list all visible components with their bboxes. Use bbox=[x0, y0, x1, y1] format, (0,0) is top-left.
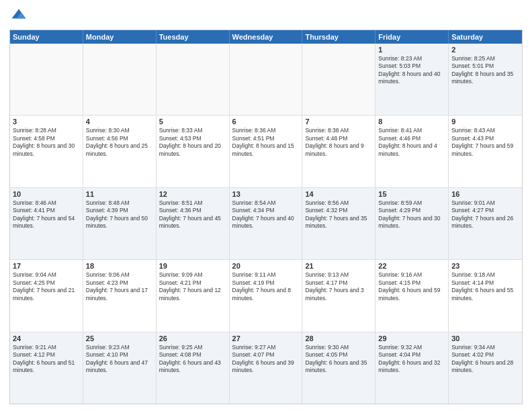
cell-info: Sunrise: 9:21 AM Sunset: 4:12 PM Dayligh… bbox=[13, 344, 80, 375]
logo-icon bbox=[9, 7, 28, 26]
calendar-cell: 18Sunrise: 9:06 AM Sunset: 4:23 PM Dayli… bbox=[83, 260, 157, 331]
cell-info: Sunrise: 8:59 AM Sunset: 4:29 PM Dayligh… bbox=[378, 199, 445, 230]
cell-info: Sunrise: 8:46 AM Sunset: 4:41 PM Dayligh… bbox=[13, 199, 80, 230]
calendar-cell: 19Sunrise: 9:09 AM Sunset: 4:21 PM Dayli… bbox=[157, 260, 230, 331]
cell-info: Sunrise: 8:25 AM Sunset: 5:01 PM Dayligh… bbox=[451, 55, 519, 86]
calendar-cell: 28Sunrise: 9:30 AM Sunset: 4:05 PM Dayli… bbox=[302, 332, 375, 404]
calendar-cell bbox=[230, 44, 303, 115]
cell-info: Sunrise: 9:04 AM Sunset: 4:25 PM Dayligh… bbox=[13, 271, 80, 302]
calendar-cell: 6Sunrise: 8:36 AM Sunset: 4:51 PM Daylig… bbox=[230, 116, 303, 187]
calendar-cell: 24Sunrise: 9:21 AM Sunset: 4:12 PM Dayli… bbox=[10, 332, 83, 404]
day-number: 13 bbox=[232, 190, 300, 198]
cell-info: Sunrise: 9:18 AM Sunset: 4:14 PM Dayligh… bbox=[451, 271, 519, 302]
day-number: 15 bbox=[378, 190, 445, 198]
calendar-cell: 20Sunrise: 9:11 AM Sunset: 4:19 PM Dayli… bbox=[230, 260, 303, 331]
cell-info: Sunrise: 9:30 AM Sunset: 4:05 PM Dayligh… bbox=[305, 344, 372, 375]
day-number: 7 bbox=[305, 118, 372, 126]
day-number: 3 bbox=[13, 118, 80, 126]
cell-info: Sunrise: 9:23 AM Sunset: 4:10 PM Dayligh… bbox=[86, 344, 153, 375]
calendar-cell bbox=[157, 44, 230, 115]
day-number: 28 bbox=[305, 334, 372, 342]
day-number: 25 bbox=[86, 334, 153, 342]
cell-info: Sunrise: 8:28 AM Sunset: 4:58 PM Dayligh… bbox=[13, 127, 80, 158]
calendar-cell: 5Sunrise: 8:33 AM Sunset: 4:53 PM Daylig… bbox=[157, 116, 230, 187]
header-day-saturday: Saturday bbox=[449, 30, 522, 44]
cell-info: Sunrise: 9:11 AM Sunset: 4:19 PM Dayligh… bbox=[232, 271, 300, 302]
logo bbox=[9, 7, 31, 26]
calendar-cell: 21Sunrise: 9:13 AM Sunset: 4:17 PM Dayli… bbox=[302, 260, 375, 331]
calendar-cell: 12Sunrise: 8:51 AM Sunset: 4:36 PM Dayli… bbox=[157, 188, 230, 259]
cell-info: Sunrise: 8:48 AM Sunset: 4:39 PM Dayligh… bbox=[86, 199, 153, 230]
calendar-row: 24Sunrise: 9:21 AM Sunset: 4:12 PM Dayli… bbox=[10, 332, 522, 404]
cell-info: Sunrise: 8:33 AM Sunset: 4:53 PM Dayligh… bbox=[159, 127, 226, 158]
cell-info: Sunrise: 9:09 AM Sunset: 4:21 PM Dayligh… bbox=[159, 271, 226, 302]
calendar-cell: 1Sunrise: 8:23 AM Sunset: 5:03 PM Daylig… bbox=[375, 44, 449, 115]
calendar-cell: 15Sunrise: 8:59 AM Sunset: 4:29 PM Dayli… bbox=[375, 188, 449, 259]
day-number: 4 bbox=[86, 118, 153, 126]
calendar-cell: 26Sunrise: 9:25 AM Sunset: 4:08 PM Dayli… bbox=[157, 332, 230, 404]
calendar-cell bbox=[302, 44, 375, 115]
day-number: 30 bbox=[451, 334, 519, 342]
cell-info: Sunrise: 8:30 AM Sunset: 4:56 PM Dayligh… bbox=[86, 127, 153, 158]
calendar-header: SundayMondayTuesdayWednesdayThursdayFrid… bbox=[10, 30, 522, 44]
day-number: 21 bbox=[305, 262, 372, 270]
day-number: 14 bbox=[305, 190, 372, 198]
cell-info: Sunrise: 9:13 AM Sunset: 4:17 PM Dayligh… bbox=[305, 271, 372, 302]
day-number: 5 bbox=[159, 118, 226, 126]
calendar-row: 10Sunrise: 8:46 AM Sunset: 4:41 PM Dayli… bbox=[10, 187, 522, 259]
day-number: 2 bbox=[451, 46, 519, 54]
cell-info: Sunrise: 8:56 AM Sunset: 4:32 PM Dayligh… bbox=[305, 199, 372, 230]
day-number: 23 bbox=[451, 262, 519, 270]
calendar-cell: 30Sunrise: 9:34 AM Sunset: 4:02 PM Dayli… bbox=[449, 332, 522, 404]
cell-info: Sunrise: 8:38 AM Sunset: 4:48 PM Dayligh… bbox=[305, 127, 372, 158]
day-number: 18 bbox=[86, 262, 153, 270]
calendar-row: 1Sunrise: 8:23 AM Sunset: 5:03 PM Daylig… bbox=[10, 44, 522, 115]
calendar-cell: 2Sunrise: 8:25 AM Sunset: 5:01 PM Daylig… bbox=[449, 44, 522, 115]
day-number: 17 bbox=[13, 262, 80, 270]
header-day-wednesday: Wednesday bbox=[230, 30, 303, 44]
cell-info: Sunrise: 9:06 AM Sunset: 4:23 PM Dayligh… bbox=[86, 271, 153, 302]
header-day-tuesday: Tuesday bbox=[157, 30, 230, 44]
day-number: 19 bbox=[159, 262, 226, 270]
header-day-sunday: Sunday bbox=[10, 30, 83, 44]
calendar-cell: 13Sunrise: 8:54 AM Sunset: 4:34 PM Dayli… bbox=[230, 188, 303, 259]
day-number: 1 bbox=[378, 46, 445, 54]
cell-info: Sunrise: 8:41 AM Sunset: 4:46 PM Dayligh… bbox=[378, 127, 445, 158]
calendar-cell: 10Sunrise: 8:46 AM Sunset: 4:41 PM Dayli… bbox=[10, 188, 83, 259]
calendar-cell bbox=[10, 44, 83, 115]
header-day-monday: Monday bbox=[83, 30, 157, 44]
calendar-cell: 9Sunrise: 8:43 AM Sunset: 4:43 PM Daylig… bbox=[449, 116, 522, 187]
cell-info: Sunrise: 8:54 AM Sunset: 4:34 PM Dayligh… bbox=[232, 199, 300, 230]
calendar-cell: 27Sunrise: 9:27 AM Sunset: 4:07 PM Dayli… bbox=[230, 332, 303, 404]
header-day-friday: Friday bbox=[375, 30, 449, 44]
cell-info: Sunrise: 9:25 AM Sunset: 4:08 PM Dayligh… bbox=[159, 344, 226, 375]
cell-info: Sunrise: 8:23 AM Sunset: 5:03 PM Dayligh… bbox=[378, 55, 445, 86]
calendar-cell: 22Sunrise: 9:16 AM Sunset: 4:15 PM Dayli… bbox=[375, 260, 449, 331]
day-number: 24 bbox=[13, 334, 80, 342]
cell-info: Sunrise: 8:51 AM Sunset: 4:36 PM Dayligh… bbox=[159, 199, 226, 230]
day-number: 6 bbox=[232, 118, 300, 126]
calendar-cell: 4Sunrise: 8:30 AM Sunset: 4:56 PM Daylig… bbox=[83, 116, 157, 187]
header-day-thursday: Thursday bbox=[302, 30, 375, 44]
calendar: SundayMondayTuesdayWednesdayThursdayFrid… bbox=[9, 30, 523, 404]
cell-info: Sunrise: 9:34 AM Sunset: 4:02 PM Dayligh… bbox=[451, 344, 519, 375]
day-number: 20 bbox=[232, 262, 300, 270]
cell-info: Sunrise: 9:27 AM Sunset: 4:07 PM Dayligh… bbox=[232, 344, 300, 375]
calendar-cell: 23Sunrise: 9:18 AM Sunset: 4:14 PM Dayli… bbox=[449, 260, 522, 331]
header bbox=[9, 7, 523, 26]
day-number: 8 bbox=[378, 118, 445, 126]
day-number: 22 bbox=[378, 262, 445, 270]
calendar-row: 17Sunrise: 9:04 AM Sunset: 4:25 PM Dayli… bbox=[10, 259, 522, 331]
cell-info: Sunrise: 8:43 AM Sunset: 4:43 PM Dayligh… bbox=[451, 127, 519, 158]
calendar-cell: 14Sunrise: 8:56 AM Sunset: 4:32 PM Dayli… bbox=[302, 188, 375, 259]
cell-info: Sunrise: 9:32 AM Sunset: 4:04 PM Dayligh… bbox=[378, 344, 445, 375]
page: SundayMondayTuesdayWednesdayThursdayFrid… bbox=[0, 0, 532, 411]
day-number: 27 bbox=[232, 334, 300, 342]
calendar-cell: 3Sunrise: 8:28 AM Sunset: 4:58 PM Daylig… bbox=[10, 116, 83, 187]
calendar-cell: 29Sunrise: 9:32 AM Sunset: 4:04 PM Dayli… bbox=[375, 332, 449, 404]
calendar-cell: 8Sunrise: 8:41 AM Sunset: 4:46 PM Daylig… bbox=[375, 116, 449, 187]
calendar-cell: 7Sunrise: 8:38 AM Sunset: 4:48 PM Daylig… bbox=[302, 116, 375, 187]
day-number: 16 bbox=[451, 190, 519, 198]
calendar-cell: 16Sunrise: 9:01 AM Sunset: 4:27 PM Dayli… bbox=[449, 188, 522, 259]
day-number: 12 bbox=[159, 190, 226, 198]
